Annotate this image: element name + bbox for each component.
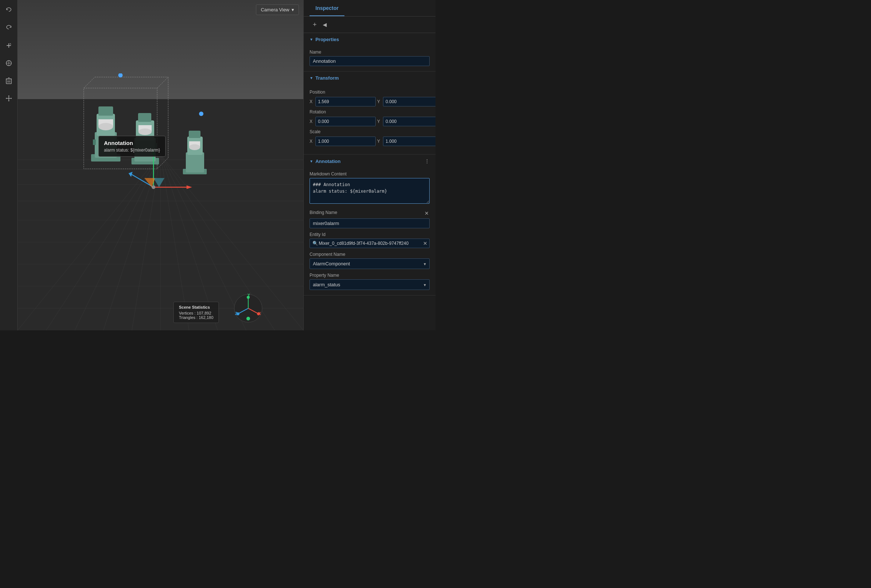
- position-x-input[interactable]: [316, 97, 376, 106]
- rotation-x-label: X: [310, 119, 314, 124]
- inspector-add-button[interactable]: +: [310, 19, 320, 30]
- camera-view-dropdown-icon: ▾: [292, 7, 294, 12]
- position-x-label: X: [310, 99, 314, 104]
- camera-view-button[interactable]: Camera View ▾: [256, 4, 299, 15]
- entity-id-input[interactable]: [310, 239, 430, 248]
- transform-section-content: Position X Y Z Rotation X Y Z Scale: [304, 84, 436, 154]
- svg-marker-76: [154, 178, 165, 187]
- annotation-popup-title: Annotation: [104, 140, 160, 146]
- entity-id-container: Entity Id 🔍 ✕: [310, 232, 430, 248]
- svg-point-87: [246, 317, 250, 321]
- annotation-more-icon[interactable]: ⋮: [425, 158, 430, 164]
- rotation-y-input[interactable]: [383, 117, 436, 126]
- property-name-select[interactable]: alarm_status alarm_level: [310, 279, 430, 290]
- triangles-label: Triangles: [179, 315, 195, 320]
- properties-section-header[interactable]: ▼ Properties: [304, 33, 436, 46]
- undo-button[interactable]: [3, 4, 15, 16]
- gizmo-button[interactable]: [3, 57, 15, 69]
- svg-rect-46: [99, 106, 113, 116]
- name-field-label: Name: [310, 49, 430, 55]
- svg-point-84: [247, 296, 250, 299]
- annotation-section-title: Annotation: [316, 158, 341, 164]
- rotation-x-input[interactable]: [316, 117, 376, 126]
- name-field-input[interactable]: [310, 56, 430, 66]
- transform-chevron: ▼: [310, 76, 313, 80]
- position-label: Position: [310, 90, 430, 95]
- rotation-y-label: Y: [377, 119, 382, 124]
- scale-row: X Y Z: [310, 137, 430, 146]
- annotation-popup-text: alarm status: ${mixer0alarm}: [104, 148, 160, 153]
- annotation-section-content: Markdown Content ### Annotation alarm st…: [304, 168, 436, 295]
- markdown-textarea[interactable]: ### Annotation alarm status: ${mixer0ala…: [310, 178, 430, 204]
- component-name-dropdown-wrapper: AlarmComponent StatusComponent ▼: [310, 258, 430, 269]
- property-name-container: Property Name alarm_status alarm_level ▼: [310, 273, 430, 290]
- properties-section: ▼ Properties Name: [304, 33, 436, 72]
- scale-x-label: X: [310, 139, 314, 144]
- inspector-tab[interactable]: Inspector: [310, 0, 344, 16]
- svg-rect-64: [189, 131, 201, 138]
- annotation-popup: Annotation alarm status: ${mixer0alarm}: [99, 136, 166, 157]
- inspector-collapse-button[interactable]: ◀: [323, 22, 327, 28]
- inspector-toolbar: + ◀: [304, 16, 436, 33]
- transform-section-header[interactable]: ▼ Transform: [304, 72, 436, 84]
- property-name-dropdown-wrapper: alarm_status alarm_level ▼: [310, 279, 430, 290]
- left-toolbar: [0, 0, 18, 330]
- annotation-section-header[interactable]: ▼ Annotation ⋮: [304, 155, 436, 168]
- annotation-chevron: ▼: [310, 159, 313, 163]
- svg-point-85: [257, 312, 260, 315]
- delete-button[interactable]: [3, 75, 15, 87]
- inspector-panel: Inspector + ◀ ▼ Properties Name ▼ Transf…: [303, 0, 436, 330]
- binding-name-container: Binding Name ✕: [310, 210, 430, 228]
- position-y-input[interactable]: [383, 97, 436, 106]
- binding-name-label: Binding Name: [310, 210, 337, 215]
- svg-marker-69: [187, 185, 192, 189]
- add-object-button[interactable]: [3, 40, 15, 51]
- component-name-container: Component Name AlarmComponent StatusComp…: [310, 252, 430, 269]
- svg-point-67: [189, 144, 200, 150]
- svg-point-86: [236, 312, 239, 315]
- triangles-value: 162,180: [199, 315, 213, 320]
- annotation-section: ▼ Annotation ⋮ Markdown Content ### Anno…: [304, 155, 436, 295]
- rotation-label: Rotation: [310, 109, 430, 115]
- binding-close-button[interactable]: ✕: [424, 210, 430, 217]
- svg-line-36: [84, 77, 95, 88]
- camera-view-label: Camera View: [261, 7, 289, 12]
- inspector-header: Inspector: [304, 0, 436, 16]
- entity-clear-button[interactable]: ✕: [423, 241, 427, 246]
- inspector-tab-label: Inspector: [316, 5, 338, 11]
- scene-stats-title: Scene Statistics: [179, 305, 213, 309]
- scale-label: Scale: [310, 129, 430, 134]
- svg-line-37: [157, 77, 168, 88]
- property-name-label: Property Name: [310, 273, 430, 278]
- component-name-select[interactable]: AlarmComponent StatusComponent: [310, 258, 430, 269]
- vertices-label: Vertices: [179, 311, 193, 315]
- svg-point-42: [199, 112, 204, 116]
- properties-section-title: Properties: [316, 37, 339, 42]
- rotation-row: X Y Z: [310, 117, 430, 126]
- svg-rect-55: [138, 113, 151, 122]
- svg-rect-47: [93, 139, 96, 145]
- svg-line-2: [10, 43, 11, 45]
- entity-id-wrapper: 🔍 ✕: [310, 239, 430, 248]
- vertices-stat: Vertices : 107,892: [179, 311, 213, 315]
- properties-chevron: ▼: [310, 37, 313, 42]
- triangles-stat: Triangles : 162,180: [179, 315, 213, 320]
- properties-section-content: Name: [304, 46, 436, 71]
- scale-x-input[interactable]: [316, 137, 376, 146]
- entity-id-label: Entity Id: [310, 232, 430, 237]
- component-name-label: Component Name: [310, 252, 430, 257]
- redo-button[interactable]: [3, 22, 15, 34]
- scale-y-input[interactable]: [383, 137, 436, 146]
- svg-point-51: [99, 123, 113, 130]
- position-row: X Y Z: [310, 97, 430, 106]
- binding-name-row: Binding Name ✕: [310, 210, 430, 217]
- viewport-container[interactable]: Camera View ▾: [18, 0, 303, 330]
- move-button[interactable]: [3, 93, 15, 104]
- vertices-value: 107,892: [197, 311, 211, 315]
- transform-section: ▼ Transform Position X Y Z Rotation X Y …: [304, 72, 436, 155]
- scale-y-label: Y: [377, 139, 382, 144]
- binding-name-input[interactable]: [310, 218, 430, 228]
- annotation-section-left: ▼ Annotation: [310, 158, 341, 164]
- markdown-label: Markdown Content: [310, 172, 430, 176]
- axis-indicator: Y X Z: [233, 294, 263, 323]
